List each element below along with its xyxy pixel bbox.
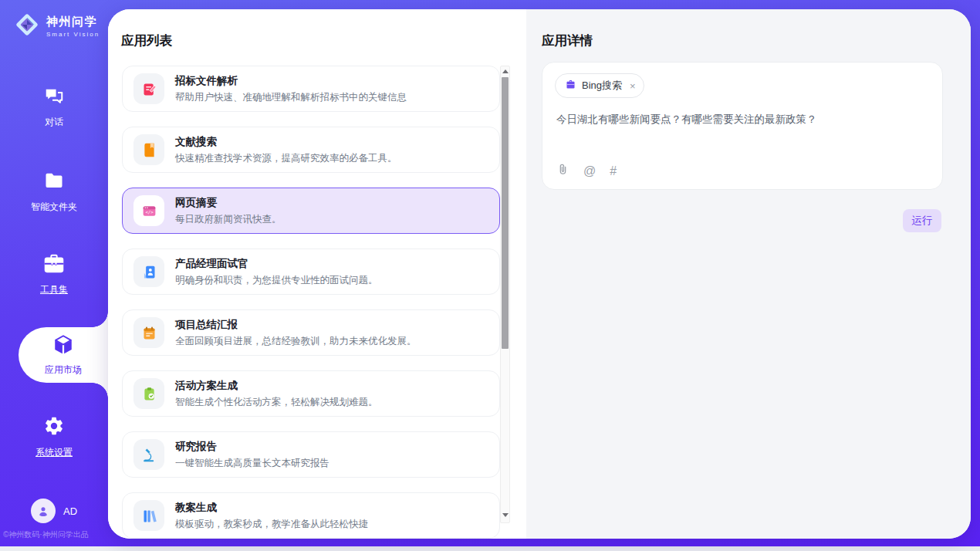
mention-icon[interactable]: @ bbox=[583, 164, 596, 178]
sidebar-item-chat[interactable]: 对话 bbox=[0, 85, 108, 129]
toolbox-icon bbox=[42, 253, 66, 277]
books-icon bbox=[133, 500, 164, 531]
microscope-icon bbox=[133, 439, 164, 470]
main-content: 应用列表 招标文件解析 帮助用户快速、准确地理解和解析招标书中的关键信息 bbox=[108, 9, 971, 539]
sidebar-item-label: 工具集 bbox=[40, 283, 68, 296]
app-card-desc: 明确身份和职责，为您提供专业性的面试问题。 bbox=[175, 274, 378, 287]
app-detail-panel: 应用详情 Bing搜索 × 今日湖北有哪些新闻要点？有哪些需要关注的最新政策？ bbox=[526, 9, 971, 539]
app-card-title: 产品经理面试官 bbox=[175, 257, 378, 271]
composer-input[interactable]: Bing搜索 × 今日湖北有哪些新闻要点？有哪些需要关注的最新政策？ @ # bbox=[542, 62, 943, 190]
app-card-title: 研究报告 bbox=[175, 440, 329, 454]
app-card-bid-analysis[interactable]: 招标文件解析 帮助用户快速、准确地理解和解析招标书中的关键信息 bbox=[122, 66, 500, 112]
app-detail-title: 应用详情 bbox=[542, 32, 593, 49]
resume-icon bbox=[133, 256, 164, 287]
svg-text:</>: </> bbox=[145, 210, 154, 215]
app-card-title: 活动方案生成 bbox=[175, 379, 378, 393]
app-card-project-summary[interactable]: 项目总结汇报 全面回顾项目进展，总结经验教训，助力未来优化发展。 bbox=[122, 309, 500, 356]
hash-icon[interactable]: # bbox=[610, 164, 617, 178]
user-avatar-icon bbox=[36, 504, 50, 518]
tool-tag-bing-search[interactable]: Bing搜索 × bbox=[555, 73, 644, 98]
app-card-desc: 每日政府新闻资讯快查。 bbox=[175, 213, 282, 226]
sidebar-item-toolset[interactable]: 工具集 bbox=[0, 253, 108, 296]
browser-code-icon: </> bbox=[133, 195, 164, 226]
app-card-title: 项目总结汇报 bbox=[175, 318, 417, 332]
copyright-footer: ©神州数码·神州问学出品 bbox=[3, 529, 108, 540]
tool-tag-label: Bing搜索 bbox=[582, 79, 622, 93]
app-card-lesson-plan[interactable]: 教案生成 模板驱动，教案秒成，教学准备从此轻松快捷 bbox=[122, 492, 500, 539]
calendar-icon bbox=[133, 317, 164, 348]
app-list-panel: 应用列表 招标文件解析 帮助用户快速、准确地理解和解析招标书中的关键信息 bbox=[108, 9, 526, 539]
scroll-up-icon[interactable] bbox=[501, 66, 509, 76]
app-card-research-report[interactable]: 研究报告 一键智能生成高质量长文本研究报告 bbox=[122, 431, 500, 478]
app-card-title: 招标文件解析 bbox=[175, 74, 407, 88]
brand-subtitle: Smart Vision bbox=[46, 31, 100, 38]
avatar bbox=[31, 499, 56, 523]
app-card-literature-search[interactable]: 文献搜索 快速精准查找学术资源，提高研究效率的必备工具。 bbox=[122, 127, 500, 173]
diamond-logo-icon bbox=[12, 10, 42, 42]
app-card-desc: 模板驱动，教案秒成，教学准备从此轻松快捷 bbox=[175, 518, 368, 531]
cube-icon bbox=[52, 333, 75, 360]
app-card-title: 教案生成 bbox=[175, 501, 368, 515]
attach-icon[interactable] bbox=[556, 163, 569, 179]
brand-name: 神州问学 bbox=[46, 15, 100, 29]
app-card-desc: 帮助用户快速、准确地理解和解析招标书中的关键信息 bbox=[175, 91, 407, 104]
app-card-desc: 智能生成个性化活动方案，轻松解决规划难题。 bbox=[175, 396, 378, 409]
run-button[interactable]: 运行 bbox=[903, 209, 941, 232]
sidebar-item-label: 对话 bbox=[45, 116, 63, 129]
folder-icon bbox=[43, 170, 65, 194]
app-card-title: 网页摘要 bbox=[175, 196, 282, 210]
app-card-desc: 快速精准查找学术资源，提高研究效率的必备工具。 bbox=[175, 152, 397, 165]
app-list-scrollbar[interactable] bbox=[500, 66, 510, 523]
app-card-desc: 全面回顾项目进展，总结经验教训，助力未来优化发展。 bbox=[175, 335, 417, 348]
brand-logo: 神州问学 Smart Vision bbox=[12, 10, 100, 42]
sidebar-item-label: 系统设置 bbox=[35, 446, 73, 459]
scrollbar-thumb[interactable] bbox=[502, 77, 509, 349]
scroll-down-icon[interactable] bbox=[501, 510, 509, 519]
user-account[interactable]: AD bbox=[0, 499, 108, 523]
gear-icon bbox=[43, 415, 65, 440]
app-list-title: 应用列表 bbox=[121, 32, 172, 49]
app-card-pm-interviewer[interactable]: 产品经理面试官 明确身份和职责，为您提供专业性的面试问题。 bbox=[122, 248, 500, 295]
sidebar-item-smart-folder[interactable]: 智能文件夹 bbox=[0, 170, 108, 214]
chat-icon bbox=[43, 85, 65, 110]
close-icon[interactable]: × bbox=[630, 80, 636, 92]
sidebar-item-app-market[interactable]: 应用市场 bbox=[19, 327, 108, 383]
app-card-web-summary[interactable]: </> 网页摘要 每日政府新闻资讯快查。 bbox=[122, 188, 500, 234]
app-card-title: 文献搜索 bbox=[175, 135, 397, 149]
sidebar-item-label: 应用市场 bbox=[45, 363, 82, 377]
sidebar: 神州问学 Smart Vision 对话 智能文件夹 工具集 bbox=[0, 0, 108, 546]
composer-toolbar: @ # bbox=[556, 163, 617, 179]
document-edit-icon bbox=[133, 73, 164, 104]
app-list: 招标文件解析 帮助用户快速、准确地理解和解析招标书中的关键信息 文献搜索 快速精… bbox=[122, 66, 500, 539]
question-text[interactable]: 今日湖北有哪些新闻要点？有哪些需要关注的最新政策？ bbox=[556, 112, 928, 127]
app-card-desc: 一键智能生成高质量长文本研究报告 bbox=[175, 457, 329, 470]
sidebar-item-label: 智能文件夹 bbox=[31, 201, 77, 214]
sidebar-item-settings[interactable]: 系统设置 bbox=[0, 415, 108, 459]
briefcase-icon bbox=[565, 79, 576, 93]
clipboard-check-icon bbox=[133, 378, 164, 409]
app-card-event-plan[interactable]: 活动方案生成 智能生成个性化活动方案，轻松解决规划难题。 bbox=[122, 370, 500, 417]
user-name: AD bbox=[63, 505, 77, 517]
book-icon bbox=[133, 134, 164, 165]
